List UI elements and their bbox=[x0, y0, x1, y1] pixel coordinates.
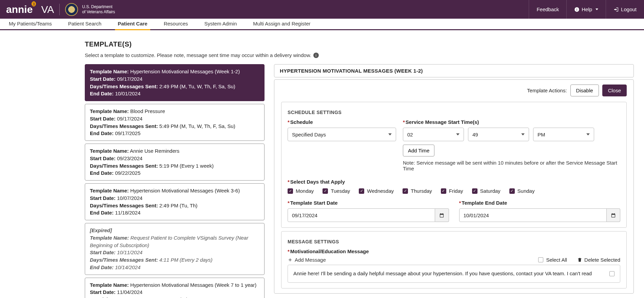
schedule-select-value: Specified Days bbox=[292, 132, 326, 137]
template-actions-row: Template Actions: Disable Close bbox=[281, 85, 627, 96]
tpl-start-label: Start Date: bbox=[90, 116, 116, 122]
message-checkbox[interactable] bbox=[609, 271, 614, 276]
nav-system-admin[interactable]: System Admin bbox=[201, 21, 239, 30]
nav-multi-assign[interactable]: Multi Assign and Register bbox=[250, 21, 313, 30]
checkbox-checked-icon: ✓ bbox=[403, 188, 408, 194]
ampm-value: PM bbox=[538, 132, 545, 137]
nav-my-patients[interactable]: My Patients/Teams bbox=[6, 21, 55, 30]
tpl-name-label: Template Name: bbox=[90, 282, 129, 288]
expired-tag: [Expired] bbox=[90, 227, 112, 233]
help-label: Help bbox=[582, 6, 592, 12]
template-card[interactable]: Template Name: Hypertension Motivational… bbox=[85, 278, 265, 298]
days-label: *Select Days that Apply bbox=[288, 179, 620, 185]
add-message-button[interactable]: Add Message bbox=[288, 257, 326, 263]
nav-patient-care[interactable]: Patient Care bbox=[115, 21, 150, 30]
panel-title: HYPERTENSION MOTIVATIONAL MESSAGES (WEEK… bbox=[274, 64, 634, 77]
message-heading: MESSAGE SETTINGS bbox=[288, 239, 620, 244]
day-monday[interactable]: ✓Monday bbox=[288, 188, 314, 194]
tpl-end-value: 11/18/2024 bbox=[115, 210, 140, 216]
templates-sub-label: Select a template to customize. Please n… bbox=[85, 52, 311, 58]
tpl-start-value: 09/23/2024 bbox=[117, 155, 142, 161]
select-all-checkbox[interactable]: Select All bbox=[538, 257, 567, 263]
logout-link[interactable]: Logout bbox=[606, 0, 644, 19]
panel-body: Template Actions: Disable Close SCHEDULE… bbox=[274, 79, 634, 294]
tpl-sent-value: 2:49 PM (Tu, Th) bbox=[159, 203, 198, 208]
days-row: ✓Monday ✓Tuesday ✓Wednesday ✓Thursday ✓F… bbox=[288, 188, 620, 194]
tpl-name-value: Hypertension Motivational Messages (Week… bbox=[130, 282, 256, 288]
template-card[interactable]: Template Name: Hypertension Motivational… bbox=[85, 183, 265, 220]
templates-subtext: Select a template to customize. Please n… bbox=[85, 52, 644, 58]
tpl-sent-value: 2:49 PM (M, Tu, W, Th, F, Sa, Su) bbox=[159, 83, 235, 89]
end-date-calendar-button[interactable] bbox=[607, 208, 620, 222]
day-friday[interactable]: ✓Friday bbox=[441, 188, 463, 194]
start-date-input[interactable]: 09/17/2024 bbox=[288, 208, 435, 222]
hour-select[interactable]: 02 bbox=[403, 128, 464, 141]
tpl-name-label: Template Name: bbox=[90, 188, 129, 193]
brand-block: annie)) VA U.S. Department of Veterans A… bbox=[0, 3, 121, 16]
help-menu[interactable]: Help bbox=[566, 0, 606, 19]
start-time-note: Note: Service message will be sent withi… bbox=[403, 160, 620, 171]
chevron-down-icon bbox=[456, 133, 460, 135]
feedback-link[interactable]: Feedback bbox=[529, 0, 566, 19]
template-list: Template Name: Hypertension Motivational… bbox=[85, 64, 265, 298]
template-card[interactable]: Template Name: Annie Use Reminders Start… bbox=[85, 144, 265, 181]
dept-line2: of Veterans Affairs bbox=[82, 10, 115, 14]
nav-patient-search[interactable]: Patient Search bbox=[65, 21, 104, 30]
message-toolbar: Add Message Select All Delete Selected bbox=[288, 257, 620, 263]
tpl-start-value: 09/17/2024 bbox=[117, 116, 142, 122]
tpl-name-value: Hypertension Motivational Messages (Week… bbox=[130, 69, 240, 74]
brand-separator bbox=[59, 4, 60, 15]
message-settings-panel: MESSAGE SETTINGS *Motivational/Education… bbox=[281, 231, 627, 288]
chevron-down-icon bbox=[586, 133, 590, 135]
actions-label: Template Actions: bbox=[527, 88, 567, 93]
select-all-label: Select All bbox=[546, 257, 567, 263]
chevron-down-icon bbox=[388, 133, 392, 135]
template-card[interactable]: Template Name: Hypertension Motivational… bbox=[85, 64, 265, 101]
start-date-calendar-button[interactable] bbox=[435, 208, 449, 222]
template-detail-panel: HYPERTENSION MOTIVATIONAL MESSAGES (WEEK… bbox=[274, 64, 634, 294]
end-date-label: *Template End Date bbox=[459, 200, 621, 206]
tpl-end-value: 09/22/2025 bbox=[115, 170, 140, 176]
svg-rect-1 bbox=[577, 9, 577, 11]
page-content: TEMPLATE(S) Select a template to customi… bbox=[0, 30, 644, 298]
day-tuesday[interactable]: ✓Tuesday bbox=[323, 188, 350, 194]
templates-heading: TEMPLATE(S) bbox=[85, 40, 644, 48]
hour-value: 02 bbox=[407, 132, 413, 137]
tpl-end-value: 10/14/2024 bbox=[115, 264, 140, 270]
minute-select[interactable]: 49 bbox=[468, 128, 529, 141]
tpl-name-label: Template Name: bbox=[90, 108, 129, 114]
tpl-end-label: End Date: bbox=[90, 130, 114, 136]
checkbox-checked-icon: ✓ bbox=[323, 188, 328, 194]
tpl-sent-value: 2:49 PM (W) bbox=[159, 297, 188, 298]
template-card[interactable]: Template Name: Blood Pressure Start Date… bbox=[85, 104, 265, 141]
nav-resources[interactable]: Resources bbox=[161, 21, 191, 30]
checkbox-checked-icon: ✓ bbox=[359, 188, 364, 194]
brand-rss-icon: )) bbox=[32, 1, 36, 6]
ampm-select[interactable]: PM bbox=[533, 128, 594, 141]
day-sunday[interactable]: ✓Sunday bbox=[509, 188, 535, 194]
schedule-select[interactable]: Specified Days bbox=[288, 128, 396, 141]
trash-icon bbox=[577, 257, 582, 262]
tpl-start-label: Start Date: bbox=[90, 249, 116, 255]
day-saturday[interactable]: ✓Saturday bbox=[472, 188, 501, 194]
day-wednesday[interactable]: ✓Wednesday bbox=[359, 188, 394, 194]
message-item[interactable]: Annie here! I'll be sending a daily help… bbox=[288, 265, 620, 283]
delete-selected-button[interactable]: Delete Selected bbox=[577, 257, 620, 263]
tpl-sent-label: Days/Times Messages Sent: bbox=[90, 123, 158, 129]
tpl-sent-value: 5:49 PM (M, Tu, W, Th, F, Sa, Su) bbox=[159, 123, 235, 129]
day-thursday[interactable]: ✓Thursday bbox=[403, 188, 432, 194]
tpl-start-label: Start Date: bbox=[90, 76, 116, 82]
schedule-heading: SCHEDULE SETTINGS bbox=[288, 110, 620, 115]
template-card-expired[interactable]: [Expired] Template Name: Request Patient… bbox=[85, 223, 265, 275]
close-button[interactable]: Close bbox=[602, 85, 627, 96]
info-icon[interactable]: i bbox=[313, 53, 319, 58]
tpl-name-label: Template Name: bbox=[90, 235, 129, 241]
end-date-input[interactable]: 10/01/2024 bbox=[459, 208, 607, 222]
top-bar: annie)) VA U.S. Department of Veterans A… bbox=[0, 0, 644, 19]
disable-button[interactable]: Disable bbox=[570, 85, 599, 96]
delete-selected-label: Delete Selected bbox=[584, 257, 620, 263]
tpl-sent-label: Days/Times Messages Sent: bbox=[90, 297, 158, 298]
checkbox-checked-icon: ✓ bbox=[472, 188, 477, 194]
tpl-end-label: End Date: bbox=[90, 170, 114, 176]
add-time-button[interactable]: Add Time bbox=[403, 145, 434, 156]
